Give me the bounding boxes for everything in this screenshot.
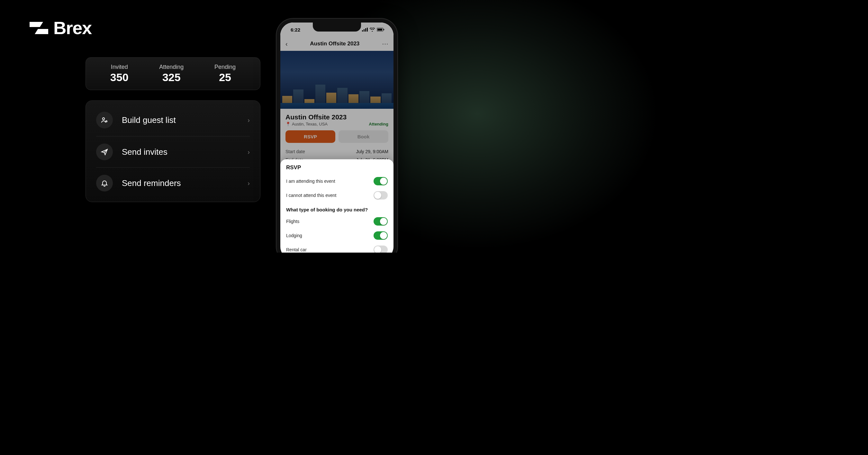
chevron-right-icon: › bbox=[248, 116, 250, 124]
stat-attending-value: 325 bbox=[159, 71, 184, 84]
event-start-value: July 29, 9:00AM bbox=[356, 149, 389, 154]
chevron-right-icon: › bbox=[248, 179, 250, 187]
stat-invited-value: 350 bbox=[110, 71, 129, 84]
booking-flights-label: Flights bbox=[286, 219, 299, 224]
rsvp-attending-row: I am attending this event bbox=[286, 174, 388, 188]
svg-rect-4 bbox=[365, 28, 366, 31]
action-send-invites[interactable]: Send invites › bbox=[96, 136, 250, 167]
status-indicators bbox=[362, 28, 384, 31]
svg-point-0 bbox=[102, 118, 104, 120]
svg-rect-2 bbox=[362, 30, 363, 31]
booking-rental-label: Rental car bbox=[286, 247, 307, 252]
event-location: 📍 Austin, Texas, USA bbox=[285, 122, 328, 126]
action-send-reminders[interactable]: Send reminders › bbox=[96, 167, 250, 199]
phone-nav-header: ‹ Austin Offsite 2023 ⋯ bbox=[280, 37, 394, 51]
rsvp-bottom-sheet: RSVP I am attending this event I cannot … bbox=[280, 159, 394, 253]
booking-rental-toggle[interactable] bbox=[374, 246, 388, 253]
guest-list-icon bbox=[96, 112, 113, 129]
booking-flights-toggle[interactable] bbox=[374, 217, 388, 226]
booking-question: What type of booking do you need? bbox=[286, 207, 388, 212]
booking-flights-row: Flights bbox=[286, 214, 388, 228]
rsvp-not-attending-toggle[interactable] bbox=[374, 191, 388, 199]
wifi-icon bbox=[370, 28, 375, 31]
booking-lodging-label: Lodging bbox=[286, 233, 302, 238]
rsvp-not-attending-label: I cannot attend this event bbox=[286, 193, 336, 198]
battery-icon bbox=[377, 28, 384, 31]
stat-pending-label: Pending bbox=[214, 64, 236, 70]
booking-lodging-row: Lodging bbox=[286, 228, 388, 243]
stat-pending: Pending 25 bbox=[214, 64, 236, 84]
event-start-label: Start date bbox=[285, 149, 305, 154]
event-title: Austin Offsite 2023 bbox=[285, 113, 389, 121]
phone-screen: 6:22 ‹ Austin Offsite 2023 ⋯ Austin bbox=[280, 23, 394, 253]
chevron-right-icon: › bbox=[248, 148, 250, 156]
brex-logo-icon bbox=[29, 21, 49, 35]
svg-point-1 bbox=[106, 121, 107, 122]
actions-card: Build guest list › Send invites › Send r… bbox=[86, 101, 260, 202]
action-build-guest-list-label: Build guest list bbox=[122, 115, 248, 125]
tab-rsvp[interactable]: RSVP bbox=[285, 130, 335, 143]
more-icon[interactable]: ⋯ bbox=[382, 40, 389, 48]
stats-card: Invited 350 Attending 325 Pending 25 bbox=[86, 57, 260, 90]
booking-rental-row: Rental car bbox=[286, 243, 388, 253]
event-status-badge: Attending bbox=[369, 122, 389, 126]
stat-invited-label: Invited bbox=[110, 64, 129, 70]
phone-header-title: Austin Offsite 2023 bbox=[310, 40, 360, 47]
cellular-icon bbox=[362, 28, 368, 31]
rsvp-attending-toggle[interactable] bbox=[374, 177, 388, 186]
rsvp-attending-label: I am attending this event bbox=[286, 178, 335, 184]
event-location-text: Austin, Texas, USA bbox=[292, 122, 328, 126]
action-build-guest-list[interactable]: Build guest list › bbox=[86, 104, 260, 136]
pin-icon: 📍 bbox=[285, 122, 290, 126]
svg-rect-7 bbox=[377, 29, 382, 31]
event-start-row: Start date July 29, 9:00AM bbox=[285, 147, 389, 156]
bell-icon bbox=[96, 175, 113, 192]
stat-invited: Invited 350 bbox=[110, 64, 129, 84]
stat-attending-label: Attending bbox=[159, 64, 184, 70]
brex-logo: Brex bbox=[29, 18, 92, 38]
brex-wordmark: Brex bbox=[53, 18, 92, 38]
rsvp-not-attending-row: I cannot attend this event bbox=[286, 188, 388, 202]
action-send-reminders-label: Send reminders bbox=[122, 178, 248, 188]
svg-rect-3 bbox=[364, 29, 365, 31]
phone-notch bbox=[313, 23, 361, 31]
sheet-title: RSVP bbox=[286, 165, 388, 171]
phone-mockup: 6:22 ‹ Austin Offsite 2023 ⋯ Austin bbox=[277, 19, 397, 253]
stat-pending-value: 25 bbox=[214, 71, 236, 84]
send-icon bbox=[96, 143, 113, 160]
event-hero-image bbox=[280, 51, 394, 112]
stat-attending: Attending 325 bbox=[159, 64, 184, 84]
svg-rect-5 bbox=[367, 28, 368, 31]
status-time: 6:22 bbox=[290, 27, 300, 32]
back-icon[interactable]: ‹ bbox=[285, 40, 288, 48]
svg-rect-8 bbox=[383, 29, 384, 30]
tab-book[interactable]: Book bbox=[339, 130, 389, 143]
booking-lodging-toggle[interactable] bbox=[374, 231, 388, 240]
action-send-invites-label: Send invites bbox=[122, 147, 248, 157]
